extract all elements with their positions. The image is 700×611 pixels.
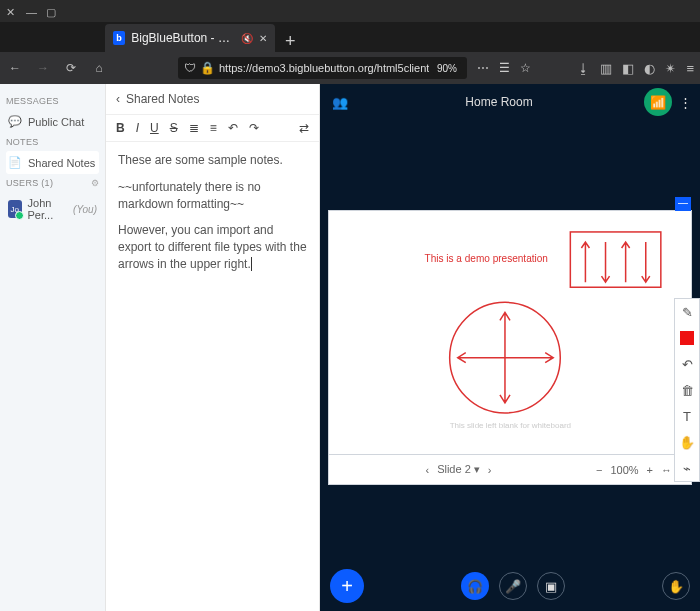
window-maximize-icon[interactable]: ▢: [46, 6, 56, 16]
user-sidebar: MESSAGES 💬 Public Chat NOTES 📄 Shared No…: [0, 84, 105, 611]
slide-footer-text: This slide left blank for whiteboard: [450, 421, 571, 430]
avatar: Jo: [8, 200, 22, 218]
home-button[interactable]: ⌂: [90, 61, 108, 75]
fit-width-button[interactable]: ↔: [661, 464, 672, 476]
messages-header: MESSAGES: [6, 96, 99, 106]
shared-notes-label: Shared Notes: [28, 157, 95, 169]
notes-paragraph: These are some sample notes.: [118, 152, 307, 169]
users-header-label: USERS (1): [6, 178, 53, 188]
line-tool[interactable]: ⌁: [675, 455, 699, 481]
chat-icon: 💬: [8, 115, 22, 128]
address-bar[interactable]: 🛡 🔒 90%: [178, 57, 467, 79]
trash-tool[interactable]: 🗑: [675, 377, 699, 403]
options-menu-button[interactable]: ⋮: [672, 88, 700, 116]
pencil-tool[interactable]: ✎: [675, 299, 699, 325]
undo-tool[interactable]: ↶: [675, 351, 699, 377]
pan-tool[interactable]: ✋: [675, 429, 699, 455]
site-info-icon[interactable]: ⋯: [477, 61, 489, 75]
sidebar-icon[interactable]: ◧: [622, 61, 634, 76]
room-title: Home Room: [465, 95, 532, 109]
next-slide-button[interactable]: ›: [488, 464, 492, 476]
whiteboard-canvas[interactable]: This is a demo presentation This slide l…: [329, 211, 691, 454]
share-screen-button[interactable]: ▣: [537, 572, 565, 600]
audio-button[interactable]: 🎧: [461, 572, 489, 600]
browser-tab[interactable]: b BigBlueButton - Home 🔇 ✕: [105, 24, 275, 52]
strike-button[interactable]: S: [170, 121, 178, 135]
editor-toolbar: B I U S ≣ ≡ ↶ ↷ ⇄: [106, 115, 319, 142]
presentation-stage: 👥 Home Room 📶 ⋮ — This is a demo present…: [320, 84, 700, 611]
back-icon[interactable]: ‹: [116, 92, 120, 106]
bookmark-star-icon[interactable]: ☆: [520, 61, 531, 75]
actions-plus-button[interactable]: +: [330, 569, 364, 603]
user-name: John Per...: [28, 197, 68, 221]
action-bar: + 🎧 🎤 ▣ ✋: [320, 569, 700, 603]
notes-header: NOTES: [6, 137, 99, 147]
window-close-icon[interactable]: ✕: [6, 6, 16, 16]
window-minimize-icon[interactable]: —: [26, 6, 36, 16]
back-button[interactable]: ←: [6, 61, 24, 75]
notes-icon: 📄: [8, 156, 22, 169]
prev-slide-button[interactable]: ‹: [425, 464, 429, 476]
presentation-slide[interactable]: — This is a demo presentation This slide…: [328, 210, 692, 455]
url-input[interactable]: [219, 62, 429, 74]
italic-button[interactable]: I: [136, 121, 139, 135]
zoom-level: 100%: [610, 464, 638, 476]
notes-paragraph: ~~unfortunately there is no markdown for…: [118, 179, 307, 213]
bold-button[interactable]: B: [116, 121, 125, 135]
audio-muted-icon[interactable]: 🔇: [241, 33, 253, 44]
sidebar-item-public-chat[interactable]: 💬 Public Chat: [6, 110, 99, 133]
public-chat-label: Public Chat: [28, 116, 84, 128]
zoom-badge[interactable]: 90%: [433, 62, 461, 75]
sidebar-item-shared-notes[interactable]: 📄 Shared Notes: [6, 151, 99, 174]
user-row[interactable]: Jo John Per... (You): [6, 192, 99, 226]
ordered-list-button[interactable]: ≣: [189, 121, 199, 135]
slide-select[interactable]: Slide 2 ▾: [437, 463, 480, 476]
you-label: (You): [73, 204, 97, 215]
reload-button[interactable]: ⟳: [62, 61, 80, 75]
lock-icon: 🔒: [200, 61, 215, 75]
import-export-button[interactable]: ⇄: [299, 121, 309, 135]
menu-icon[interactable]: ≡: [686, 61, 694, 76]
text-tool[interactable]: T: [675, 403, 699, 429]
forward-button[interactable]: →: [34, 61, 52, 75]
favicon-icon: b: [113, 31, 125, 45]
slide-title-text: This is a demo presentation: [425, 253, 548, 264]
microphone-button[interactable]: 🎤: [499, 572, 527, 600]
tab-title: BigBlueButton - Home: [131, 31, 235, 45]
library-icon[interactable]: ▥: [600, 61, 612, 76]
notes-paragraph: However, you can import and export to di…: [118, 222, 307, 272]
downloads-icon[interactable]: ⭳: [577, 61, 590, 76]
zoom-out-button[interactable]: −: [596, 464, 602, 476]
extension-icon[interactable]: ◐: [644, 61, 655, 76]
user-list-toggle[interactable]: 👥: [326, 88, 354, 116]
notes-editor[interactable]: These are some sample notes. ~~unfortuna…: [106, 142, 319, 293]
users-header: USERS (1) ⚙: [6, 178, 99, 188]
color-swatch[interactable]: [675, 325, 699, 351]
gear-icon[interactable]: ⚙: [91, 178, 99, 188]
minimize-presentation-button[interactable]: —: [675, 197, 691, 211]
undo-button[interactable]: ↶: [228, 121, 238, 135]
underline-button[interactable]: U: [150, 121, 159, 135]
unordered-list-button[interactable]: ≡: [210, 121, 217, 135]
reader-icon[interactable]: ☰: [499, 61, 510, 75]
new-tab-button[interactable]: +: [275, 31, 306, 52]
panel-title: Shared Notes: [126, 92, 199, 106]
connection-status-icon[interactable]: 📶: [644, 88, 672, 116]
whiteboard-toolbar: ✎ ↶ 🗑 T ✋ ⌁: [674, 298, 700, 482]
close-tab-icon[interactable]: ✕: [259, 33, 267, 44]
devtools-icon[interactable]: ✴: [665, 61, 676, 76]
zoom-in-button[interactable]: +: [647, 464, 653, 476]
shield-icon[interactable]: 🛡: [184, 61, 196, 75]
redo-button[interactable]: ↷: [249, 121, 259, 135]
shared-notes-panel: ‹ Shared Notes B I U S ≣ ≡ ↶ ↷ ⇄ These a…: [105, 84, 320, 611]
raise-hand-button[interactable]: ✋: [662, 572, 690, 600]
slide-controls: ‹ Slide 2 ▾ › − 100% + ↔ ⛶: [328, 455, 692, 485]
